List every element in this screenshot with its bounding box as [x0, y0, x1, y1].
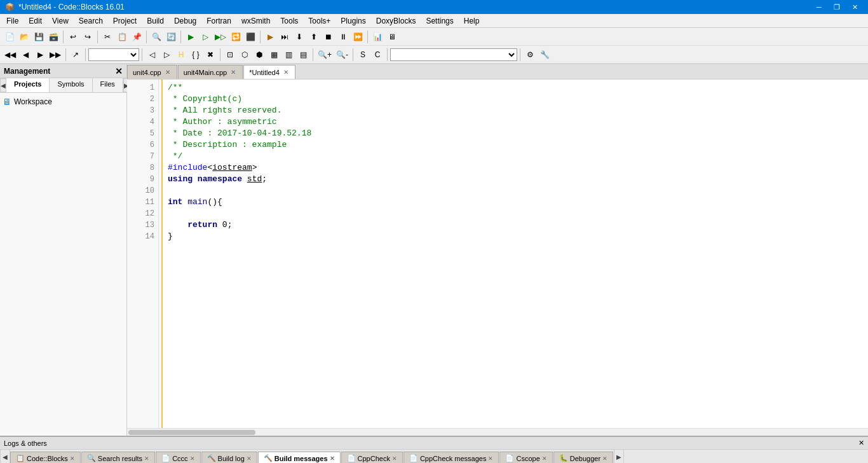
tab-untitled4[interactable]: *Untitled4 ✕ — [243, 65, 295, 79]
highlight-button[interactable]: H — [174, 48, 188, 62]
menu-toolsplus[interactable]: Tools+ — [303, 14, 336, 28]
rebuild-button[interactable]: 🔁 — [229, 30, 243, 44]
bottom-tab-codeblocks[interactable]: 📋 Code::Blocks ✕ — [10, 452, 81, 463]
bottom-tab-cscope[interactable]: 📄 Cscope ✕ — [499, 452, 552, 463]
tab-unit4cpp[interactable]: unit4.cpp ✕ — [127, 65, 177, 79]
menu-debug[interactable]: Debug — [169, 14, 201, 28]
spell2-button[interactable]: C — [370, 48, 384, 62]
run-button[interactable]: ▷ — [198, 30, 212, 44]
menu-doxyblocks[interactable]: DoxyBlocks — [371, 14, 421, 28]
minimize-button[interactable]: ─ — [811, 0, 827, 14]
sidebar-tab-files[interactable]: Files — [93, 78, 123, 92]
replace-button[interactable]: 🔄 — [164, 30, 178, 44]
debug-next2-button[interactable]: ⏩ — [351, 30, 365, 44]
cppcheck-tab-close[interactable]: ✕ — [392, 455, 397, 462]
nav-next-button[interactable]: ▶ — [33, 48, 47, 62]
code-content[interactable]: /** * Copyright(c) * All rights reserved… — [163, 79, 868, 428]
save-button[interactable]: 💾 — [32, 30, 46, 44]
menu-settings[interactable]: Settings — [421, 14, 458, 28]
jump-button[interactable]: ↗ — [69, 48, 83, 62]
menu-file[interactable]: File — [1, 14, 24, 28]
editor-scrollbar[interactable] — [128, 430, 255, 435]
menu-plugins[interactable]: Plugins — [336, 14, 370, 28]
debug-out-button[interactable]: ⬆ — [307, 30, 321, 44]
settings2-button[interactable]: 🔧 — [538, 48, 552, 62]
menu-tools[interactable]: Tools — [275, 14, 303, 28]
nav-prev-button[interactable]: ◀ — [18, 48, 32, 62]
zoom-in-button[interactable]: 🔍+ — [316, 48, 334, 62]
redo-button[interactable]: ↪ — [81, 30, 95, 44]
toggle-button[interactable]: ⬢ — [252, 48, 266, 62]
bottom-tab-cppcheck[interactable]: 📄 CppCheck ✕ — [341, 452, 403, 463]
select-button[interactable]: ⬡ — [238, 48, 252, 62]
code-completion-button[interactable]: ⚙ — [523, 48, 537, 62]
build-run-button[interactable]: ▶ — [184, 30, 198, 44]
sidebar-tab-symbols[interactable]: Symbols — [50, 78, 92, 92]
spell-button[interactable]: S — [356, 48, 370, 62]
cppcheck-messages-tab-close[interactable]: ✕ — [488, 455, 493, 462]
toggle2-button[interactable]: ▦ — [267, 48, 281, 62]
bottom-panel-close[interactable]: ✕ — [858, 439, 864, 447]
match-button[interactable]: { } — [189, 48, 203, 62]
bottom-tab-cccc[interactable]: 📄 Cccc ✕ — [156, 452, 200, 463]
next-mark-button[interactable]: ▷ — [159, 48, 173, 62]
restore-button[interactable]: ❐ — [829, 0, 845, 14]
find-button[interactable]: 🔍 — [149, 30, 163, 44]
build-messages-tab-close[interactable]: ✕ — [330, 455, 335, 462]
debug-next-button[interactable]: ⏭ — [278, 30, 292, 44]
codeblocks-tab-close[interactable]: ✕ — [70, 455, 75, 462]
menu-view[interactable]: View — [47, 14, 74, 28]
debug-step-button[interactable]: ⬇ — [292, 30, 306, 44]
bottom-prev-arrow[interactable]: ◀ — [0, 450, 10, 463]
close-button[interactable]: ✕ — [846, 0, 863, 14]
nav-fwd-button[interactable]: ▶▶ — [48, 48, 63, 62]
scope-button[interactable]: ⊡ — [223, 48, 237, 62]
paste-button[interactable]: 📌 — [130, 30, 144, 44]
menu-wxsmith[interactable]: wxSmith — [236, 14, 275, 28]
select2-button[interactable]: ▤ — [296, 48, 310, 62]
build-button[interactable]: ▶▷ — [213, 30, 228, 44]
tab-unit4maincpp[interactable]: unit4Main.cpp ✕ — [178, 65, 243, 79]
bottom-tab-debugger[interactable]: 🐛 Debugger ✕ — [553, 452, 613, 463]
debug-pause-button[interactable]: ⏸ — [336, 30, 350, 44]
cut-button[interactable]: ✂ — [100, 30, 114, 44]
stop-button[interactable]: ⬛ — [243, 30, 257, 44]
debugger-tab-close[interactable]: ✕ — [602, 455, 607, 462]
menu-project[interactable]: Project — [108, 14, 142, 28]
menu-help[interactable]: Help — [459, 14, 485, 28]
cccc-tab-close[interactable]: ✕ — [190, 455, 195, 462]
new-button[interactable]: 📄 — [3, 30, 17, 44]
cscope-tab-close[interactable]: ✕ — [542, 455, 547, 462]
sidebar-tab-projects[interactable]: Projects — [6, 78, 50, 92]
bottom-tab-build-log[interactable]: 🔨 Build log ✕ — [201, 452, 257, 463]
clear-button[interactable]: ✖ — [203, 48, 217, 62]
build-log-tab-close[interactable]: ✕ — [247, 455, 252, 462]
debug-play-button[interactable]: ▶ — [263, 30, 277, 44]
save-all-button[interactable]: 🗃️ — [46, 30, 60, 44]
menu-search[interactable]: Search — [74, 14, 108, 28]
undo-button[interactable]: ↩ — [66, 30, 80, 44]
toggle3-button[interactable]: ▥ — [281, 48, 295, 62]
tab-unit4cpp-close[interactable]: ✕ — [164, 69, 172, 76]
jump-combo[interactable] — [88, 48, 139, 61]
debug-stop-button[interactable]: ⏹ — [322, 30, 336, 44]
workspace-item[interactable]: 🖥 Workspace — [3, 95, 124, 108]
sidebar-prev-arrow[interactable]: ◀ — [0, 78, 6, 92]
menu-fortran[interactable]: Fortran — [201, 14, 236, 28]
toolbar-btn-b[interactable]: 🖥 — [385, 30, 399, 44]
prev-mark-button[interactable]: ◁ — [145, 48, 159, 62]
bottom-next-arrow[interactable]: ▶ — [614, 450, 624, 463]
code-editor[interactable]: 1 2 3 4 5 6 7 8 9 10 11 12 13 14 /** * C… — [127, 79, 868, 428]
bottom-tab-search-results[interactable]: 🔍 Search results ✕ — [81, 452, 155, 463]
nav-back-button[interactable]: ◀◀ — [3, 48, 18, 62]
bottom-tab-cppcheck-messages[interactable]: 📄 CppCheck messages ✕ — [403, 452, 499, 463]
tab-untitled4-close[interactable]: ✕ — [282, 69, 290, 76]
bottom-tab-build-messages[interactable]: 🔨 Build messages ✕ — [258, 452, 341, 463]
menu-build[interactable]: Build — [142, 14, 169, 28]
search-results-tab-close[interactable]: ✕ — [144, 455, 149, 462]
tab-unit4maincpp-close[interactable]: ✕ — [229, 69, 237, 76]
copy-button[interactable]: 📋 — [115, 30, 129, 44]
sidebar-close-button[interactable]: ✕ — [115, 66, 123, 76]
search-combo[interactable] — [390, 48, 517, 61]
zoom-out-button[interactable]: 🔍- — [334, 48, 350, 62]
